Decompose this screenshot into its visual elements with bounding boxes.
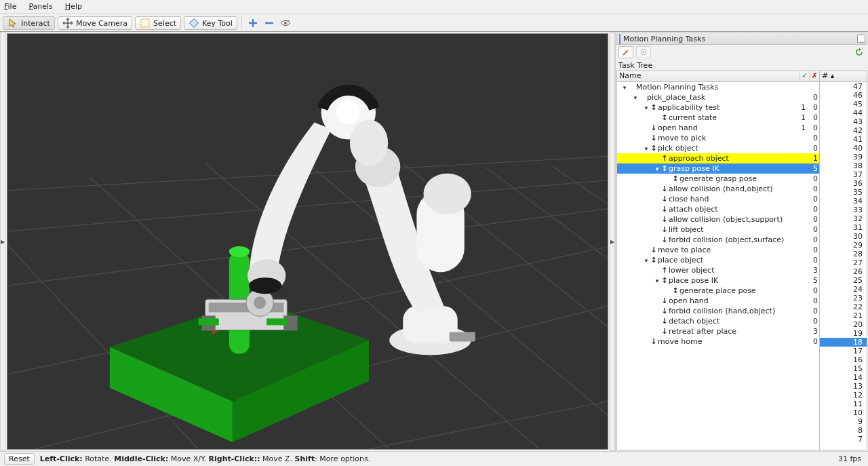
solution-row[interactable]: 12 [820,391,867,400]
solution-row[interactable]: 43 [820,117,867,126]
solution-row[interactable]: 9 [820,417,867,426]
solution-row[interactable]: 42 [820,126,867,135]
task-tree-row[interactable]: ▾pick_place_task0 [617,92,819,102]
col-fail-header[interactable]: ✗ [810,71,819,81]
col-success-header[interactable]: ✓ [800,71,810,81]
solution-row[interactable]: 47 [820,82,867,91]
left-panel-handle[interactable]: ▶ [0,32,5,451]
task-tree-row[interactable]: ↓forbid collision (object,surface)0 [617,235,819,245]
solution-row[interactable]: 29 [820,241,867,250]
solution-row[interactable]: 15 [820,364,867,373]
task-tree-row[interactable]: ↓detach object0 [617,316,819,326]
3d-viewport[interactable] [7,33,608,450]
solution-row[interactable]: 10 [820,408,867,417]
solution-row[interactable]: 38 [820,161,867,170]
solution-row[interactable]: 21 [820,311,867,320]
solution-row[interactable]: 41 [820,135,867,144]
tool-interact[interactable]: Interact [3,16,55,30]
tool-move-camera[interactable]: Move Camera [58,16,132,30]
panel-title-icon [619,35,620,43]
task-tree-row[interactable]: ▾↕pick object0 [617,143,819,153]
svg-point-2 [284,22,287,24]
task-tree-row[interactable]: ↓move to place0 [617,245,819,255]
svg-point-38 [336,100,361,124]
right-panel-handle[interactable]: ▶ [610,32,615,451]
task-tree-row[interactable]: ▾↕place pose IK5 [617,275,819,286]
menu-panels[interactable]: Panels [26,1,55,12]
menu-file[interactable]: File [1,1,19,12]
task-tree-row[interactable]: ↓attach object0 [617,204,819,214]
solution-row[interactable]: 35 [820,188,867,197]
solution-row[interactable]: 40 [820,144,867,153]
solution-row[interactable]: 24 [820,285,867,294]
panel-settings-button[interactable] [636,46,651,58]
panel-title-bar[interactable]: Motion Planning Tasks [616,33,867,45]
solution-row[interactable]: 14 [820,373,867,382]
solution-row[interactable]: 17 [820,347,867,355]
solution-row[interactable]: 19 [820,329,867,338]
solution-row[interactable]: 46 [820,91,867,100]
task-tree-row[interactable]: ↓open hand10 [617,123,819,133]
task-tree-row[interactable]: ↓close hand0 [617,194,819,204]
solution-row[interactable]: 31 [820,223,867,232]
panel-float-button[interactable] [857,35,865,43]
solution-row[interactable]: 8 [820,426,867,435]
task-tree-row[interactable]: ↓allow collision (hand,object)0 [617,184,819,194]
task-tree-row[interactable]: ↑lower object3 [617,265,819,275]
svg-rect-33 [450,332,475,341]
solution-row[interactable]: 36 [820,179,867,188]
task-tree-row[interactable]: ▾↕place object0 [617,255,819,265]
panel-refresh-button[interactable] [853,46,865,58]
task-tree-row[interactable]: ↑approach object1 [617,153,819,163]
task-tree-row[interactable]: ▾Motion Planning Tasks [617,82,819,92]
tool-select[interactable]: Select [135,16,181,30]
menu-help[interactable]: Help [62,1,85,12]
solution-row[interactable]: 30 [820,232,867,241]
key-tool-icon [189,18,199,28]
solution-row[interactable]: 34 [820,197,867,206]
col-count-header[interactable]: # ▴ [820,71,867,81]
task-tree-row[interactable]: ↓open hand0 [617,296,819,306]
solution-row[interactable]: 11 [820,400,867,408]
solution-row[interactable]: 37 [820,170,867,179]
task-tree-row[interactable]: ↓move to pick0 [617,133,819,143]
solution-row[interactable]: 45 [820,100,867,109]
solution-row[interactable]: 16 [820,355,867,364]
col-name-header[interactable]: Name [617,71,800,81]
reset-button[interactable]: Reset [4,453,35,465]
task-tree-row[interactable]: ↓allow collision (object,support)0 [617,214,819,225]
task-tree-row[interactable]: ↓move home0 [617,336,819,347]
task-tree-row[interactable]: ▾↕applicability test10 [617,102,819,113]
tool-remove[interactable] [262,16,276,30]
task-tree-row[interactable]: ↕current state10 [617,113,819,123]
pointer-icon [7,18,18,28]
tool-visibility[interactable] [279,16,292,30]
solution-row[interactable]: 32 [820,214,867,223]
task-tree-row[interactable]: ↓forbid collision (hand,object)0 [617,306,819,316]
task-tree-row[interactable]: ↕generate grasp pose0 [617,174,819,184]
task-tree-row[interactable]: ↕generate place pose0 [617,286,819,296]
solution-row[interactable]: 13 [820,382,867,391]
solution-row[interactable]: 25 [820,276,867,285]
task-tree[interactable]: Name ✓ ✗ ▾Motion Planning Tasks▾pick_pla… [616,71,820,450]
solution-row[interactable]: 22 [820,303,867,311]
solution-row[interactable]: 28 [820,250,867,258]
solution-row[interactable]: 23 [820,294,867,303]
svg-rect-0 [141,19,149,27]
solution-row[interactable]: 39 [820,153,867,161]
tool-add[interactable] [246,16,260,30]
solution-row[interactable]: 18 [820,338,867,347]
task-tree-row[interactable]: ↓lift object0 [617,225,819,235]
panel-edit-button[interactable] [618,46,633,58]
solution-row[interactable]: 7 [820,435,867,444]
solution-row[interactable]: 20 [820,320,867,329]
solution-row[interactable]: 44 [820,109,867,117]
task-tree-row[interactable]: ▾↕grasp pose IK5 [617,163,819,174]
tool-key-tool[interactable]: Key Tool [184,16,237,30]
solution-row[interactable]: 27 [820,258,867,267]
task-tree-row[interactable]: ↓retreat after place3 [617,326,819,336]
solution-row[interactable]: 33 [820,206,867,214]
solution-list[interactable]: # ▴ 474645444342414039383736353433323130… [820,71,867,450]
motion-planning-tasks-panel: Motion Planning Tasks Task Tree [615,32,868,451]
solution-row[interactable]: 26 [820,267,867,276]
